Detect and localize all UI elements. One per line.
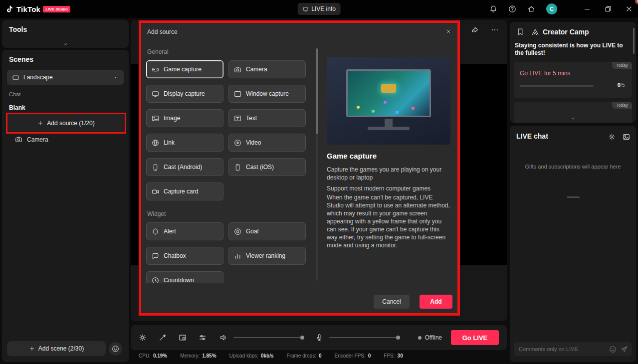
app-name: TikTok xyxy=(16,5,40,13)
phone-ios-icon xyxy=(234,164,241,171)
comment-input-wrapper xyxy=(514,342,632,356)
alert-bell-icon xyxy=(152,228,159,235)
emoji-icon[interactable] xyxy=(609,346,617,353)
source-item-window-capture[interactable]: Window capture xyxy=(228,85,306,103)
chat-display-icon[interactable] xyxy=(623,133,630,141)
notification-badge: 6 xyxy=(635,0,638,4)
source-item-alert[interactable]: Alert xyxy=(146,222,223,240)
scene-selector-value: Landscape xyxy=(23,74,109,81)
task-progress-total: /5 xyxy=(621,82,625,88)
scene-group-label: Chat xyxy=(9,91,20,97)
scenes-title: Scenes xyxy=(9,55,33,63)
source-item-camera[interactable]: Camera xyxy=(228,60,306,78)
status-item: Frame drops:0 xyxy=(286,353,321,359)
cancel-button[interactable]: Cancel xyxy=(374,295,410,309)
creator-camp-title: Creator Camp xyxy=(543,28,589,36)
source-sections: GeneralGame captureCameraDisplay capture… xyxy=(146,44,316,283)
source-item-viewer-ranking[interactable]: Viewer ranking xyxy=(228,247,306,265)
source-detail-paragraph: Capture the games you are playing on you… xyxy=(327,166,450,182)
source-item-countdown[interactable]: Countdown xyxy=(146,271,223,283)
status-label: Frame drops: xyxy=(286,353,316,359)
avatar[interactable]: C xyxy=(546,3,557,14)
add-source-button[interactable]: Add source (1/20) xyxy=(7,114,125,132)
source-item-cast-android[interactable]: Cast (Android) xyxy=(146,158,223,176)
minimize-icon[interactable] xyxy=(583,5,591,13)
live-chat-panel: LIVE chat Gifts and subscriptions will a… xyxy=(510,126,636,362)
source-detail-title: Game capture xyxy=(327,152,377,160)
panel-scrollbar[interactable] xyxy=(633,28,635,54)
restore-icon[interactable] xyxy=(604,5,612,13)
add-button[interactable]: Add xyxy=(420,295,452,309)
goal-target-icon xyxy=(234,228,241,235)
status-value: 0.19% xyxy=(153,353,167,359)
source-item-goal[interactable]: Goal xyxy=(228,222,306,240)
source-item-label: Text xyxy=(246,115,257,122)
overlay-icon[interactable] xyxy=(179,334,187,342)
scene-selector[interactable]: Landscape xyxy=(7,70,124,85)
source-item-chatbox[interactable]: Chatbox xyxy=(146,247,223,265)
chat-drag-handle[interactable] xyxy=(567,196,580,198)
source-item-image[interactable]: Image xyxy=(146,109,223,127)
volume-knob[interactable] xyxy=(300,336,304,340)
mic-knob[interactable] xyxy=(396,336,400,340)
filters-icon[interactable] xyxy=(199,334,207,342)
task-title: Go LIVE for 5 mins xyxy=(520,70,570,77)
modal-scrollbar-thumb[interactable] xyxy=(316,48,318,134)
stream-status: Offline xyxy=(418,334,442,341)
source-item-display-capture[interactable]: Display capture xyxy=(146,85,223,103)
help-icon[interactable] xyxy=(508,5,516,13)
send-icon[interactable] xyxy=(621,346,628,353)
status-label: Upload kbps: xyxy=(229,353,258,359)
chat-settings-icon[interactable] xyxy=(608,133,616,141)
live-info-button[interactable]: LIVE info xyxy=(297,3,341,15)
task-card[interactable]: Today Go LIVE for 5 mins 0/5 xyxy=(514,62,632,98)
chat-tools xyxy=(608,133,630,141)
camera-source-row[interactable]: Camera xyxy=(15,136,48,143)
source-item-label: Display capture xyxy=(164,90,205,97)
go-live-button[interactable]: Go LIVE xyxy=(451,330,499,345)
source-item-video[interactable]: Video xyxy=(228,134,306,152)
more-options-icon[interactable] xyxy=(491,26,499,34)
close-window-icon[interactable] xyxy=(625,5,633,13)
comment-input[interactable] xyxy=(519,346,605,352)
smiley-icon xyxy=(112,345,119,353)
task-progress-bar xyxy=(520,85,594,87)
phone-android-icon xyxy=(152,164,159,171)
source-item-text[interactable]: Text xyxy=(228,109,306,127)
status-bar-items: CPU:0.19%Memory:1.85%Upload kbps:0kb/sFr… xyxy=(131,353,507,359)
tools-expand-chevron-icon[interactable] xyxy=(62,41,69,47)
live-studio-badge: LIVE Studio xyxy=(43,6,70,12)
source-item-label: Chatbox xyxy=(164,252,186,259)
scene-theme-button[interactable] xyxy=(109,342,122,356)
add-scene-button[interactable]: Add scene (2/30) xyxy=(7,341,106,356)
source-item-label: Cast (Android) xyxy=(164,164,202,171)
home-icon[interactable] xyxy=(527,5,535,13)
camp-icon xyxy=(531,28,539,36)
tiktok-note-icon xyxy=(6,5,14,13)
status-item: Memory:1.85% xyxy=(180,353,216,359)
modal-close-button[interactable] xyxy=(443,26,453,36)
speaker-icon[interactable] xyxy=(219,334,227,342)
source-item-label: Window capture xyxy=(246,90,289,97)
today-badge: Today xyxy=(612,62,632,69)
mic-slider[interactable] xyxy=(329,337,399,338)
volume-slider[interactable] xyxy=(233,337,303,338)
source-item-cast-ios[interactable]: Cast (iOS) xyxy=(228,158,306,176)
source-item-capture-card[interactable]: Capture card xyxy=(146,182,223,200)
source-item-link[interactable]: Link xyxy=(146,134,223,152)
bar-ranking-icon xyxy=(234,252,241,260)
stream-settings-icon[interactable] xyxy=(139,334,147,342)
modal-title: Add source xyxy=(147,28,178,35)
expand-tasks-chevron-icon[interactable] xyxy=(570,115,576,122)
source-preview-image xyxy=(327,57,450,145)
microphone-icon[interactable] xyxy=(315,334,323,342)
enhance-icon[interactable] xyxy=(159,334,167,342)
status-value: 1.85% xyxy=(202,353,216,359)
share-icon[interactable] xyxy=(471,26,479,34)
notifications-bell-icon[interactable] xyxy=(489,5,497,13)
bookmark-icon[interactable] xyxy=(516,28,524,36)
source-item-game-capture[interactable]: Game capture xyxy=(146,60,223,78)
tools-panel: Tools xyxy=(2,20,129,48)
creator-camp-title-group: Creator Camp xyxy=(531,28,589,36)
window-icon xyxy=(234,90,241,98)
